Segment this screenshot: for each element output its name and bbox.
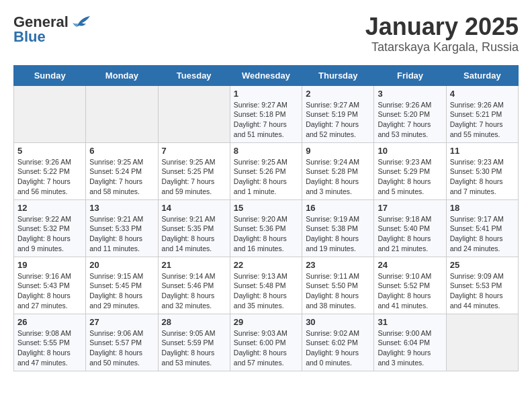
day-info: Sunrise: 9:23 AM Sunset: 5:29 PM Dayligh… [378,157,442,197]
calendar-cell: 28Sunrise: 9:05 AM Sunset: 5:59 PM Dayli… [158,314,230,371]
day-info: Sunrise: 9:25 AM Sunset: 5:24 PM Dayligh… [89,157,154,197]
calendar-cell: 8Sunrise: 9:25 AM Sunset: 5:26 PM Daylig… [230,142,302,199]
day-info: Sunrise: 9:27 AM Sunset: 5:19 PM Dayligh… [306,100,370,140]
calendar-cell: 19Sunrise: 9:16 AM Sunset: 5:43 PM Dayli… [14,257,86,314]
day-info: Sunrise: 9:23 AM Sunset: 5:30 PM Dayligh… [450,157,515,197]
weekday-header-thursday: Thursday [302,65,374,85]
day-number: 16 [306,203,370,213]
day-info: Sunrise: 9:02 AM Sunset: 6:02 PM Dayligh… [306,328,370,368]
calendar-week-row: 19Sunrise: 9:16 AM Sunset: 5:43 PM Dayli… [14,257,519,314]
calendar-cell: 16Sunrise: 9:19 AM Sunset: 5:38 PM Dayli… [302,199,374,257]
day-info: Sunrise: 9:26 AM Sunset: 5:20 PM Dayligh… [378,100,442,140]
day-info: Sunrise: 9:15 AM Sunset: 5:45 PM Dayligh… [89,271,154,311]
calendar-cell: 20Sunrise: 9:15 AM Sunset: 5:45 PM Dayli… [86,257,158,314]
calendar-cell: 23Sunrise: 9:11 AM Sunset: 5:50 PM Dayli… [302,257,374,314]
calendar-cell: 6Sunrise: 9:25 AM Sunset: 5:24 PM Daylig… [86,142,158,199]
day-info: Sunrise: 9:25 AM Sunset: 5:26 PM Dayligh… [234,157,298,197]
calendar-cell: 13Sunrise: 9:21 AM Sunset: 5:33 PM Dayli… [86,199,158,257]
day-info: Sunrise: 9:03 AM Sunset: 6:00 PM Dayligh… [234,328,298,368]
day-info: Sunrise: 9:10 AM Sunset: 5:52 PM Dayligh… [378,271,442,311]
weekday-header-wednesday: Wednesday [230,65,302,85]
day-info: Sunrise: 9:05 AM Sunset: 5:59 PM Dayligh… [162,328,226,368]
calendar-cell: 14Sunrise: 9:21 AM Sunset: 5:35 PM Dayli… [158,199,230,257]
day-info: Sunrise: 9:13 AM Sunset: 5:48 PM Dayligh… [234,271,298,311]
day-info: Sunrise: 9:26 AM Sunset: 5:21 PM Dayligh… [450,100,515,140]
weekday-header-tuesday: Tuesday [158,65,230,85]
page-header: General Blue January 2025 Tatarskaya Kar… [13,13,519,54]
day-number: 25 [450,260,515,270]
day-number: 5 [17,146,82,156]
logo: General Blue [13,13,91,46]
calendar-cell: 30Sunrise: 9:02 AM Sunset: 6:02 PM Dayli… [302,314,374,371]
day-number: 29 [234,317,298,327]
day-info: Sunrise: 9:18 AM Sunset: 5:40 PM Dayligh… [378,214,442,254]
calendar-week-row: 12Sunrise: 9:22 AM Sunset: 5:32 PM Dayli… [14,199,519,257]
weekday-header-friday: Friday [374,65,446,85]
day-number: 24 [378,260,442,270]
day-number: 3 [378,89,442,99]
day-number: 19 [17,260,82,270]
day-number: 1 [234,89,298,99]
calendar-week-row: 26Sunrise: 9:08 AM Sunset: 5:55 PM Dayli… [14,314,519,371]
day-info: Sunrise: 9:25 AM Sunset: 5:25 PM Dayligh… [162,157,226,197]
calendar-cell [446,314,518,371]
logo-bird-icon [71,15,91,30]
day-number: 14 [162,203,226,213]
logo-blue: Blue [13,28,46,46]
calendar-cell [14,85,86,142]
calendar-cell: 4Sunrise: 9:26 AM Sunset: 5:21 PM Daylig… [446,85,518,142]
calendar-cell: 18Sunrise: 9:17 AM Sunset: 5:41 PM Dayli… [446,199,518,257]
calendar-cell: 24Sunrise: 9:10 AM Sunset: 5:52 PM Dayli… [374,257,446,314]
day-info: Sunrise: 9:00 AM Sunset: 6:04 PM Dayligh… [378,328,442,368]
day-info: Sunrise: 9:21 AM Sunset: 5:33 PM Dayligh… [89,214,154,254]
day-number: 28 [162,317,226,327]
day-info: Sunrise: 9:06 AM Sunset: 5:57 PM Dayligh… [89,328,154,368]
calendar-cell: 31Sunrise: 9:00 AM Sunset: 6:04 PM Dayli… [374,314,446,371]
weekday-header-saturday: Saturday [446,65,518,85]
day-info: Sunrise: 9:26 AM Sunset: 5:22 PM Dayligh… [17,157,82,197]
day-info: Sunrise: 9:21 AM Sunset: 5:35 PM Dayligh… [162,214,226,254]
day-info: Sunrise: 9:16 AM Sunset: 5:43 PM Dayligh… [17,271,82,311]
day-number: 31 [378,317,442,327]
calendar-cell: 5Sunrise: 9:26 AM Sunset: 5:22 PM Daylig… [14,142,86,199]
day-info: Sunrise: 9:20 AM Sunset: 5:36 PM Dayligh… [234,214,298,254]
calendar-cell: 1Sunrise: 9:27 AM Sunset: 5:18 PM Daylig… [230,85,302,142]
day-number: 8 [234,146,298,156]
day-info: Sunrise: 9:17 AM Sunset: 5:41 PM Dayligh… [450,214,515,254]
day-number: 2 [306,89,370,99]
weekday-header-monday: Monday [86,65,158,85]
calendar-cell: 22Sunrise: 9:13 AM Sunset: 5:48 PM Dayli… [230,257,302,314]
day-number: 13 [89,203,154,213]
calendar-cell: 26Sunrise: 9:08 AM Sunset: 5:55 PM Dayli… [14,314,86,371]
day-info: Sunrise: 9:14 AM Sunset: 5:46 PM Dayligh… [162,271,226,311]
day-info: Sunrise: 9:27 AM Sunset: 5:18 PM Dayligh… [234,100,298,140]
day-info: Sunrise: 9:22 AM Sunset: 5:32 PM Dayligh… [17,214,82,254]
title-section: January 2025 Tatarskaya Kargala, Russia [365,13,519,54]
weekday-header-row: SundayMondayTuesdayWednesdayThursdayFrid… [14,65,519,85]
calendar-cell [86,85,158,142]
day-number: 30 [306,317,370,327]
day-number: 18 [450,203,515,213]
day-number: 12 [17,203,82,213]
calendar-cell: 7Sunrise: 9:25 AM Sunset: 5:25 PM Daylig… [158,142,230,199]
calendar-cell: 10Sunrise: 9:23 AM Sunset: 5:29 PM Dayli… [374,142,446,199]
calendar-week-row: 5Sunrise: 9:26 AM Sunset: 5:22 PM Daylig… [14,142,519,199]
month-title: January 2025 [365,13,519,40]
day-number: 26 [17,317,82,327]
day-number: 27 [89,317,154,327]
day-number: 4 [450,89,515,99]
day-number: 7 [162,146,226,156]
calendar-cell: 21Sunrise: 9:14 AM Sunset: 5:46 PM Dayli… [158,257,230,314]
weekday-header-sunday: Sunday [14,65,86,85]
calendar-cell: 2Sunrise: 9:27 AM Sunset: 5:19 PM Daylig… [302,85,374,142]
day-number: 10 [378,146,442,156]
calendar-cell: 29Sunrise: 9:03 AM Sunset: 6:00 PM Dayli… [230,314,302,371]
day-number: 15 [234,203,298,213]
calendar-table: SundayMondayTuesdayWednesdayThursdayFrid… [13,65,519,371]
day-info: Sunrise: 9:24 AM Sunset: 5:28 PM Dayligh… [306,157,370,197]
calendar-cell: 3Sunrise: 9:26 AM Sunset: 5:20 PM Daylig… [374,85,446,142]
calendar-cell [158,85,230,142]
day-info: Sunrise: 9:08 AM Sunset: 5:55 PM Dayligh… [17,328,82,368]
calendar-cell: 9Sunrise: 9:24 AM Sunset: 5:28 PM Daylig… [302,142,374,199]
day-info: Sunrise: 9:09 AM Sunset: 5:53 PM Dayligh… [450,271,515,311]
